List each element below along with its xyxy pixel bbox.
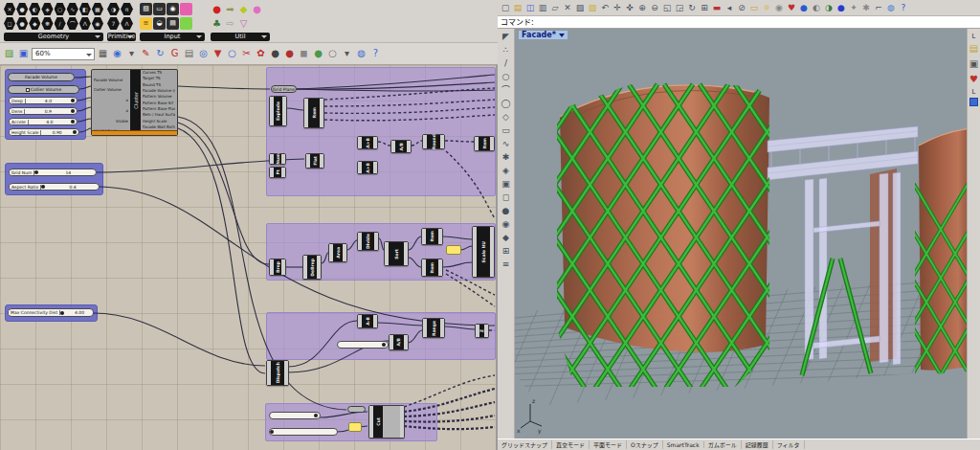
eraser-icon[interactable]: ▬ [711,1,723,14]
mini-arrow-icon[interactable]: ◂ [724,1,735,14]
vector-icon[interactable]: ◐ [29,3,40,15]
status-gumball[interactable]: ガムボール [704,440,742,449]
slider-grip[interactable] [382,343,386,347]
ribbon-icon[interactable]: ✿ [255,47,267,60]
solid-icon[interactable]: ◆ [501,232,512,244]
rotate-view-icon[interactable]: ↻ [686,1,698,14]
earth-icon[interactable]: ◍ [885,1,897,14]
gh-slider-max-connectivity[interactable]: Max Connectivity Dist4.00 [8,308,94,317]
slider-grip[interactable] [73,130,77,134]
status-smarttrack[interactable]: SmartTrack [663,441,704,448]
move-icon[interactable]: ✜ [624,1,635,14]
gh-node-explode[interactable]: Explode [269,96,287,126]
dark-sphere-icon[interactable]: ● [269,47,281,60]
gh-node-grid-plane[interactable]: Grid Plane [271,85,297,93]
cut-icon[interactable]: ✕ [562,1,573,14]
gh-node-adivb[interactable]: A/B [390,140,412,153]
zoom-select[interactable]: 60% [32,48,95,60]
note-icon[interactable]: ▭ [748,1,760,14]
gh-slider-accele[interactable]: Accele4.0 [9,118,78,125]
red-pen-icon[interactable]: ✎ [140,47,152,60]
panel-icon[interactable]: ▤ [167,17,179,30]
green-ball-icon[interactable]: ● [312,47,324,60]
red-sphere-icon[interactable]: ● [283,47,296,60]
array-icon[interactable]: ⊞ [501,245,512,258]
balloon-icon[interactable]: ○ [226,47,238,60]
paste-icon[interactable]: ▧ [587,1,598,14]
shield-icon[interactable]: ◆ [237,3,250,16]
gh-slider-grid-num[interactable]: Grid Num14 [9,169,97,176]
gh-node-divide[interactable]: Divide [357,232,379,251]
slider-icon[interactable]: ≡ [140,17,152,30]
blue-circle-icon[interactable]: ● [798,1,810,14]
preview-eye-icon[interactable]: ◉ [111,47,123,60]
caret-icon[interactable]: ▾ [341,47,353,60]
calendar-icon[interactable] [180,17,192,30]
curve-icon[interactable]: ∿ [67,3,78,15]
copy-icon[interactable]: ▨ [574,1,586,14]
gh-node-area[interactable]: Area [328,243,347,262]
rectangle-icon[interactable]: ▭ [501,124,512,137]
gh-node-adivb[interactable]: A/B [389,334,409,350]
polyline-icon[interactable]: Λ [79,17,91,30]
gh-node-agtb[interactable]: A>B [357,161,378,174]
globe2-icon[interactable]: ◑ [823,1,835,14]
status-grid-snap[interactable]: グリッドスナップ [498,440,552,449]
plane-icon[interactable]: ▣ [501,178,512,191]
gh-group-c[interactable] [266,312,496,360]
corner-icon[interactable]: ⌐ [873,1,884,14]
red-pouch-icon[interactable]: ▼ [212,47,224,60]
field-icon[interactable]: ❋ [41,17,53,30]
gh-param-facade-volume[interactable]: Facade Volume [8,73,75,81]
zoom-in-icon[interactable]: ⊕ [636,1,648,14]
new-file-icon[interactable]: ▢ [500,1,511,14]
tab-primitive-label[interactable]: Primitive [107,33,136,41]
brep-icon[interactable]: ◆ [29,17,40,30]
magnifier-icon[interactable]: ◎ [197,47,210,60]
pan-hand-icon[interactable]: ✛ [612,1,623,14]
gh-node-z[interactable]: Z [475,324,489,338]
status-filter[interactable]: フィルタ [773,440,805,449]
slider-grip[interactable] [270,430,274,434]
gh-node-num[interactable]: Num [269,153,286,165]
polygon-icon[interactable]: ◇ [501,111,512,124]
print-icon[interactable]: ▥ [537,1,548,14]
cherry-picker-icon[interactable]: ● [211,3,223,16]
gh-node-round[interactable]: Round [422,134,445,149]
circle-icon[interactable]: ○ [501,71,512,83]
gh-node-item[interactable]: Item [421,228,443,245]
plane-icon[interactable]: ◈ [41,3,53,15]
surface-icon[interactable]: ✱ [501,151,512,164]
gha-badge-icon[interactable]: G [168,47,181,60]
gh-node-sort[interactable]: Sort [384,241,409,266]
gear-icon[interactable]: ✱ [860,1,872,14]
gh-group-b[interactable] [266,223,496,281]
command-line[interactable]: コマンド: [498,16,980,29]
gh-tab-input[interactable]: ▧▭◉ ≡◒▤ Input [140,2,205,41]
arrow-hollow-icon[interactable]: ⇨ [224,17,236,31]
open-folder-icon[interactable]: ▤ [512,1,523,14]
cube-icon[interactable]: ◼ [298,47,310,60]
rhino-viewport[interactable]: Facade* [515,29,967,439]
domain-icon[interactable]: ◑ [107,3,120,15]
zoom-out-icon[interactable]: ⊖ [649,1,660,14]
params-icon[interactable]: ✕ [4,3,15,15]
gh-node-asubb[interactable]: A-B [357,314,378,328]
gh-slider-height-scale[interactable]: Height Scale0.90 [9,128,79,136]
box-icon[interactable]: ◻ [501,191,512,204]
patch-icon[interactable]: ◈ [501,165,512,177]
toggle-icon[interactable]: ◒ [153,17,166,30]
surface-icon[interactable]: ◧ [79,3,91,15]
help-icon[interactable]: ? [369,47,382,60]
box-icon[interactable]: ◻ [4,17,15,30]
slider-grip[interactable] [71,99,75,102]
colour-swatch-icon[interactable] [180,3,192,15]
scissors-icon[interactable]: ✂ [240,47,253,60]
arrow-right-icon[interactable]: ➡ [224,3,236,16]
panel-doc-icon[interactable]: ▣ [968,57,980,71]
gh-node-item[interactable]: Item [421,259,443,277]
pi-icon[interactable]: π [121,3,133,15]
layers-icon[interactable]: ≡ [501,259,512,271]
slider-grip[interactable] [71,109,75,113]
undo-icon[interactable]: ↶ [599,1,611,14]
